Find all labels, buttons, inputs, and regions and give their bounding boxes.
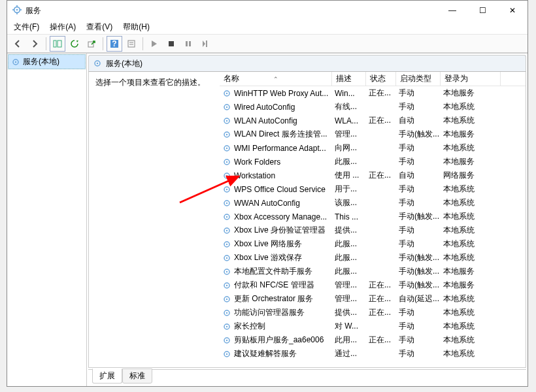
table-row[interactable]: 家长控制对 W...手动本地系统 <box>220 319 526 333</box>
service-name: Work Folders <box>234 157 280 167</box>
col-logon[interactable]: 登录为 <box>441 72 501 86</box>
table-row[interactable]: Xbox Accessory Manage...This ...手动(触发...… <box>220 210 526 223</box>
service-name: 功能访问管理器服务 <box>234 307 305 318</box>
right-pane-title: 服务(本地) <box>106 58 142 69</box>
cell-logon: 本地服务 <box>441 156 501 167</box>
menubar: 文件(F) 操作(A) 查看(V) 帮助(H) <box>7 20 528 35</box>
back-button[interactable] <box>10 36 25 52</box>
gear-icon <box>222 130 231 139</box>
tab-standard[interactable]: 标准 <box>122 368 152 384</box>
pause-service-button[interactable] <box>180 36 196 52</box>
menu-file[interactable]: 文件(F) <box>10 20 43 34</box>
gear-icon <box>222 267 231 276</box>
gear-icon <box>222 322 231 331</box>
cell-desc: 提供... <box>332 307 366 318</box>
table-row[interactable]: WinHTTP Web Proxy Aut...Win...正在...手动本地服… <box>220 86 526 100</box>
svg-point-39 <box>226 202 227 203</box>
table-row[interactable]: 功能访问管理器服务提供...正在...手动本地系统 <box>220 306 526 319</box>
col-startup[interactable]: 启动类型 <box>396 72 441 86</box>
footer-tabs: 扩展 标准 <box>88 369 526 385</box>
cell-status: 正在... <box>366 293 396 304</box>
cell-startup: 手动(触发... <box>396 280 441 291</box>
stop-service-button[interactable] <box>163 36 179 52</box>
table-row[interactable]: 本地配置文件助手服务此服...手动(触发...本地服务 <box>220 265 526 278</box>
start-service-button[interactable] <box>146 36 162 52</box>
col-logon-label: 登录为 <box>444 73 468 84</box>
table-row[interactable]: WLAN AutoConfigWLA...正在...自动本地系统 <box>220 114 526 127</box>
table-row[interactable]: Xbox Live 网络服务此服...手动本地系统 <box>220 237 526 251</box>
cell-startup: 手动 <box>396 156 441 167</box>
help-button[interactable]: ? <box>107 36 122 52</box>
gear-icon <box>222 212 231 221</box>
titlebar[interactable]: 服务 — ☐ ✕ <box>7 1 528 20</box>
table-row[interactable]: Xbox Live 身份验证管理器提供...手动本地系统 <box>220 223 526 237</box>
svg-point-41 <box>226 216 227 217</box>
properties-button[interactable] <box>124 36 139 52</box>
table-row[interactable]: WLAN Direct 服务连接管...管理...手动(触发...本地服务 <box>220 127 526 141</box>
menu-action[interactable]: 操作(A) <box>46 20 80 34</box>
cell-logon: 本地系统 <box>441 197 501 208</box>
main-body: 服务(本地) 服务(本地) 选择一个项目来查看它的描述。 名称⌃ 描述 状态 启… <box>7 53 528 386</box>
service-name: 建议疑难解答服务 <box>234 348 297 359</box>
svg-point-25 <box>226 106 227 107</box>
cell-status: 正在... <box>366 307 396 318</box>
table-row[interactable]: 剪贴板用户服务_aa6e006此用...正在...手动本地系统 <box>220 333 526 347</box>
table-row[interactable]: Work Folders此服...手动本地服务 <box>220 155 526 169</box>
close-button[interactable]: ✕ <box>497 1 528 20</box>
restart-service-button[interactable] <box>197 36 213 52</box>
cell-startup: 手动 <box>396 184 441 195</box>
show-hide-tree-button[interactable] <box>50 36 65 52</box>
col-name[interactable]: 名称⌃ <box>220 72 332 86</box>
tab-extended[interactable]: 扩展 <box>92 368 122 384</box>
svg-point-31 <box>226 147 227 148</box>
minimize-button[interactable]: — <box>437 1 467 20</box>
cell-desc: 此服... <box>332 266 366 277</box>
tree-item-services-local[interactable]: 服务(本地) <box>8 54 86 69</box>
cell-name: Wired AutoConfig <box>220 103 332 112</box>
table-row[interactable]: Wired AutoConfig有线...手动本地系统 <box>220 100 526 114</box>
table-row[interactable]: 更新 Orchestrator 服务管理...正在...自动(延迟...本地系统 <box>220 292 526 306</box>
left-tree-pane[interactable]: 服务(本地) <box>7 54 87 386</box>
svg-rect-7 <box>58 41 61 47</box>
gear-icon <box>222 308 231 318</box>
gear-icon <box>222 336 231 345</box>
cell-startup: 自动 <box>396 115 441 126</box>
table-row[interactable]: Xbox Live 游戏保存此服...手动(触发...本地系统 <box>220 251 526 265</box>
table-row[interactable]: 建议疑难解答服务通过...手动本地系统 <box>220 347 526 361</box>
stop-icon <box>167 40 175 48</box>
svg-point-23 <box>226 92 227 93</box>
table-row[interactable]: Workstation使用 ...正在...自动网络服务 <box>220 169 526 182</box>
svg-point-21 <box>97 63 98 64</box>
cell-desc: Win... <box>332 89 366 98</box>
col-status[interactable]: 状态 <box>366 72 396 86</box>
refresh-button[interactable] <box>67 36 82 52</box>
cell-desc: 此服... <box>332 252 366 263</box>
cell-desc: 对 W... <box>332 321 366 332</box>
col-desc[interactable]: 描述 <box>332 72 366 86</box>
export-button[interactable] <box>84 36 99 52</box>
help-icon: ? <box>110 39 119 48</box>
forward-button[interactable] <box>27 36 42 52</box>
maximize-button[interactable]: ☐ <box>467 1 497 20</box>
table-row[interactable]: WWAN AutoConfig该服...手动本地系统 <box>220 196 526 210</box>
column-headers: 名称⌃ 描述 状态 启动类型 登录为 <box>220 72 526 86</box>
cell-name: Xbox Live 游戏保存 <box>220 252 332 263</box>
cell-name: WMI Performance Adapt... <box>220 144 332 153</box>
table-row[interactable]: WPS Office Cloud Service用于...手动本地系统 <box>220 182 526 196</box>
cell-name: WLAN AutoConfig <box>220 116 332 125</box>
svg-point-61 <box>226 353 227 354</box>
svg-rect-17 <box>206 41 207 47</box>
cell-logon: 本地系统 <box>441 238 501 250</box>
menu-help[interactable]: 帮助(H) <box>119 20 154 34</box>
toolbar-separator <box>142 37 143 50</box>
right-pane-content: 选择一个项目来查看它的描述。 名称⌃ 描述 状态 启动类型 登录为 WinHTT… <box>88 72 526 368</box>
table-row[interactable]: WMI Performance Adapt...向网...手动本地系统 <box>220 141 526 155</box>
svg-point-49 <box>226 270 227 272</box>
cell-logon: 本地系统 <box>441 115 501 126</box>
table-row[interactable]: 付款和 NFC/SE 管理器管理...正在...手动(触发...本地服务 <box>220 278 526 292</box>
service-name: Xbox Live 游戏保存 <box>234 252 302 263</box>
menu-view[interactable]: 查看(V) <box>82 20 116 34</box>
gear-icon <box>222 295 231 304</box>
toolbar: ? <box>7 35 528 53</box>
services-rows[interactable]: WinHTTP Web Proxy Aut...Win...正在...手动本地服… <box>220 86 526 367</box>
